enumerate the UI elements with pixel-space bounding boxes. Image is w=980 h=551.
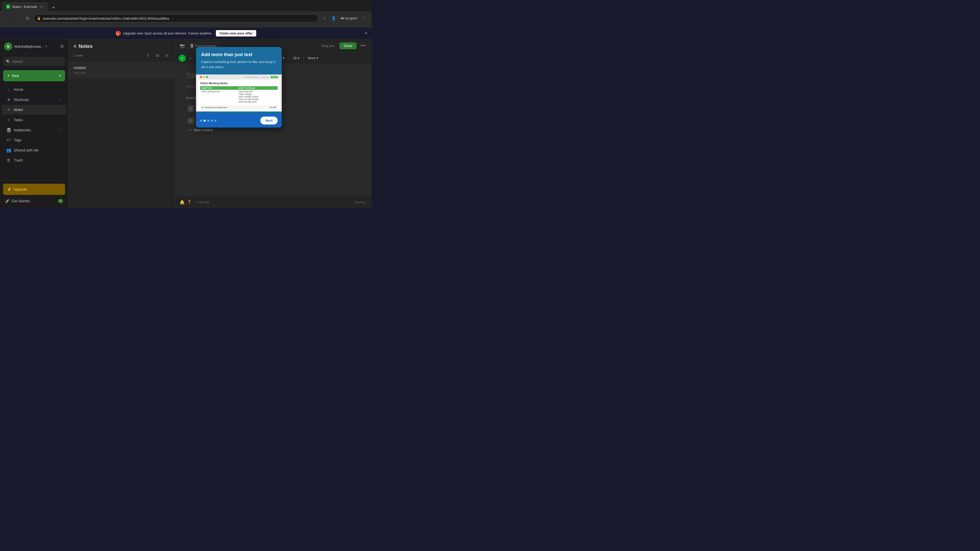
notes-title: ≡ Notes	[73, 43, 170, 49]
refresh-button[interactable]: ↻	[24, 14, 32, 22]
banner-cta-button[interactable]: Claim now your offer	[216, 30, 256, 37]
preview-topbar: First Notebook Only you Share	[198, 75, 280, 79]
dot-4	[211, 120, 213, 122]
forward-button[interactable]: →	[13, 14, 21, 22]
notes-header: ≡ Notes 1 note ⇅ ⊞ ⊟	[68, 39, 175, 62]
sidebar-item-home[interactable]: ⌂ Home	[2, 85, 66, 94]
notes-list-panel: ≡ Notes 1 note ⇅ ⊞ ⊟ Untitled Just now	[68, 39, 176, 208]
sidebar-item-tags[interactable]: 🏷 Tags	[2, 135, 66, 145]
sidebar-item-label: Trash	[14, 158, 62, 162]
gallery-dots-icon: •••	[188, 128, 191, 132]
home-icon: ⌂	[6, 87, 11, 92]
location-button[interactable]: 📍	[187, 200, 192, 205]
popup-preview: First Notebook Only you Share Client Mee…	[196, 75, 282, 111]
more-formatting-dropdown[interactable]: More ▾	[306, 55, 320, 61]
tag-icon: +	[194, 200, 196, 204]
preview-table: Date/Time 4/15 / 11:00 am Client prefere…	[200, 86, 278, 103]
trash-icon: 🗑	[6, 158, 11, 162]
audio-filename: meeting-recording.wav	[204, 106, 228, 109]
sidebar-item-shortcuts[interactable]: ★ Shortcuts ▸	[2, 95, 66, 105]
preview-content: Client Meeting Notes Date/Time 4/15 / 11…	[198, 79, 280, 111]
account-name: 5b3c818b@mood...	[14, 44, 43, 48]
font-chevron: ▾	[283, 56, 285, 60]
share-button[interactable]: Share	[339, 42, 356, 49]
main-layout: N 5b3c818b@mood... ▾ ⚙ 🔍 Search + New ▾ …	[0, 39, 372, 208]
preview-only-you: Only you	[261, 76, 269, 78]
upgrade-button[interactable]: ⚡ Upgrade	[3, 184, 65, 195]
table-cell-value: Island kitchenHigh ceilingsNear middle s…	[238, 90, 278, 103]
popup-top: Add more than just text Capture everythi…	[196, 47, 282, 73]
new-tab-button[interactable]: +	[50, 4, 57, 11]
sidebar-item-tasks[interactable]: ✓ Tasks	[2, 115, 66, 125]
add-more-icon: ≡	[188, 118, 194, 124]
sidebar-item-notes[interactable]: ≡ Notes	[2, 105, 66, 114]
search-box[interactable]: 🔍 Search	[3, 57, 65, 66]
new-button[interactable]: + New ▾	[3, 70, 65, 81]
get-started-badge: 7	[58, 199, 63, 203]
notes-count: 1 note	[73, 54, 83, 57]
font-size-label: 16	[293, 56, 297, 60]
share-access-label: Only you	[321, 44, 334, 48]
address-input[interactable]	[43, 17, 315, 21]
sidebar-header: N 5b3c818b@mood... ▾ ⚙	[0, 39, 68, 54]
get-started-label: Get Started	[11, 199, 30, 203]
account-info[interactable]: N 5b3c818b@mood... ▾	[4, 42, 47, 51]
more-options-button[interactable]: •••	[359, 42, 368, 49]
add-tag-button[interactable]: + Add tag	[194, 200, 209, 204]
get-started-item[interactable]: 🚀 Get Started 7	[3, 197, 65, 205]
tab-bar: E Notes - Evernote × +	[0, 0, 372, 11]
sidebar-item-notebooks[interactable]: 📓 Notebooks ▸	[2, 125, 66, 135]
add-content-button[interactable]: +	[179, 55, 186, 62]
add-tag-label: Add tag	[197, 200, 209, 204]
address-bar[interactable]: 🔒	[34, 14, 318, 22]
popup-description: Capture everything from photos to files …	[201, 59, 277, 69]
font-size-dropdown[interactable]: 16 ▾	[291, 55, 301, 61]
notes-title-icon: ≡	[73, 43, 76, 49]
more-label: More	[308, 56, 315, 60]
dot-5	[215, 120, 216, 122]
back-button[interactable]: ←	[3, 14, 11, 22]
sidebar-item-trash[interactable]: 🗑 Trash	[2, 156, 66, 165]
browser-menu-button[interactable]: ⋮	[360, 14, 369, 22]
shared-icon: 👥	[6, 148, 11, 152]
next-button[interactable]: Next	[260, 117, 278, 124]
banner-text: Upgrade now. Sync across all your device…	[123, 32, 212, 35]
dot-3	[207, 120, 209, 122]
new-chevron-icon: ▾	[59, 74, 61, 78]
feature-popup: Add more than just text Capture everythi…	[196, 47, 282, 127]
view-toggle-button[interactable]: ⊟	[163, 52, 170, 59]
reminder-button[interactable]: 🔔	[180, 200, 185, 205]
tags-icon: 🏷	[6, 138, 11, 142]
avatar: N	[4, 42, 12, 51]
incognito-icon: 🕶	[341, 17, 344, 20]
more-chevron: ▾	[317, 56, 318, 60]
tab-close-button[interactable]: ×	[39, 4, 44, 9]
note-list-item[interactable]: Untitled Just now	[68, 62, 175, 78]
search-label: Search	[12, 60, 23, 64]
get-started-icon: 🚀	[5, 199, 10, 203]
dot-1	[200, 120, 202, 122]
profile-button[interactable]: 👤	[329, 14, 338, 22]
notes-title-text: Notes	[79, 43, 93, 49]
bookmark-button[interactable]: ☆	[320, 14, 328, 22]
banner-close-button[interactable]: ×	[365, 30, 368, 36]
active-tab[interactable]: E Notes - Evernote ×	[2, 2, 48, 11]
banner-icon: 🎁	[115, 30, 121, 36]
filter-button[interactable]: ⊞	[154, 52, 161, 59]
todo-icon: ≡	[188, 106, 194, 112]
tasks-icon: ✓	[6, 118, 11, 122]
audio-size: 24 MB	[269, 106, 276, 109]
sidebar-bottom: ⚡ Upgrade 🚀 Get Started 7	[0, 180, 68, 208]
notebooks-icon: 📓	[6, 127, 11, 132]
sidebar-item-shared-with-me[interactable]: 👥 Shared with Me	[2, 145, 66, 155]
settings-button[interactable]: ⚙	[60, 44, 64, 49]
tab-title: Notes - Evernote	[12, 5, 37, 9]
upgrade-label: Upgrade	[14, 187, 27, 191]
incognito-button[interactable]: 🕶 Incognito	[339, 14, 360, 22]
check-button[interactable]: ✓	[187, 55, 194, 62]
sort-button[interactable]: ⇅	[145, 52, 152, 59]
preview-note-title: Client Meeting Notes	[200, 82, 278, 85]
browser-actions: ☆ 👤 🕶 Incognito ⋮	[320, 14, 369, 22]
sidebar-item-label: Shared with Me	[14, 148, 62, 152]
upgrade-banner: 🎁 Upgrade now. Sync across all your devi…	[0, 27, 372, 39]
